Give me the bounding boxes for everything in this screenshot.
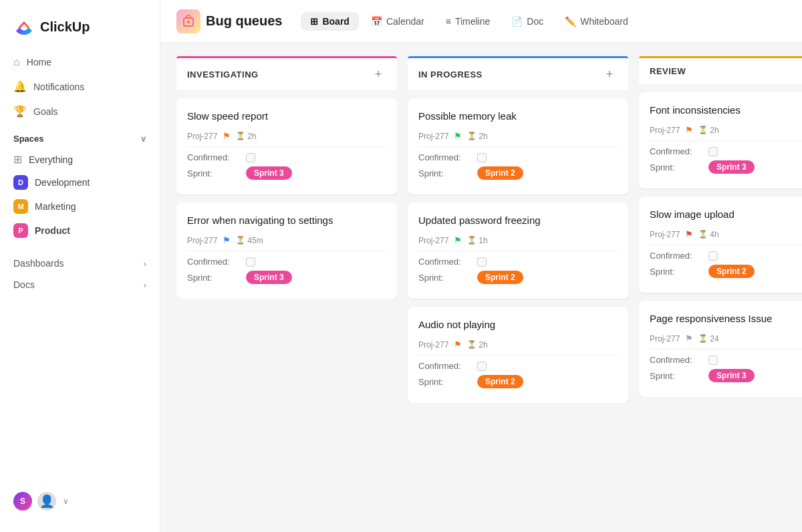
card-sprint-label-card-3: Sprint: <box>418 168 472 178</box>
sidebar-item-docs[interactable]: Docs › <box>5 274 154 295</box>
card-confirmed-checkbox-card-3[interactable] <box>477 153 487 162</box>
board-card-card-6[interactable]: Font inconsistenciesProj-277⚑⏳2hConfirme… <box>639 92 802 188</box>
card-confirmed-label-card-5: Confirmed: <box>418 361 472 371</box>
card-time-card-8: 24 <box>710 334 718 344</box>
card-sprint-field-card-4: Sprint:Sprint 2 <box>418 271 618 284</box>
tab-board[interactable]: ⊞ Board <box>301 12 358 31</box>
card-confirmed-field-card-1: Confirmed: <box>187 152 386 162</box>
column-header-review: REVIEW <box>639 56 802 84</box>
everything-grid-icon: ⊞ <box>13 153 22 166</box>
card-sprint-field-card-1: Sprint:Sprint 3 <box>187 166 386 180</box>
tab-calendar-label: Calendar <box>386 16 424 27</box>
product-badge: P <box>13 223 28 238</box>
tab-board-label: Board <box>322 16 349 27</box>
card-time-wrapper-card-6: ⏳2h <box>698 126 718 135</box>
column-add-btn-in-progress[interactable]: + <box>602 66 618 82</box>
card-confirmed-field-card-3: Confirmed: <box>418 152 618 162</box>
sidebar-item-development[interactable]: D Development <box>5 171 154 194</box>
board-card-card-3[interactable]: Possible memory leakProj-277⚑⏳2hConfirme… <box>408 98 628 194</box>
card-meta-card-1: Proj-277⚑⏳2h <box>187 131 386 141</box>
card-divider1-card-5 <box>418 355 618 356</box>
board-card-card-7[interactable]: Slow image uploadProj-277⚑⏳4hConfirmed:S… <box>639 196 802 293</box>
spaces-label: Spaces <box>13 134 44 144</box>
column-title-investigating: INVESTIGATING <box>187 70 259 80</box>
card-time-wrapper-card-7: ⏳4h <box>698 230 718 239</box>
card-confirmed-checkbox-card-7[interactable] <box>708 251 718 261</box>
card-confirmed-checkbox-card-2[interactable] <box>246 257 255 267</box>
card-meta-card-5: Proj-277⚑⏳2h <box>418 340 618 350</box>
home-icon: ⌂ <box>13 56 20 68</box>
card-confirmed-field-card-8: Confirmed: <box>650 355 802 365</box>
card-title-card-3: Possible memory leak <box>418 109 618 123</box>
card-hourglass-icon-card-5: ⏳ <box>467 340 477 349</box>
user-menu-chevron-icon[interactable]: ∨ <box>63 497 69 506</box>
tab-whiteboard[interactable]: ✏️ Whiteboard <box>555 12 638 31</box>
card-title-card-7: Slow image upload <box>650 207 802 221</box>
card-meta-card-8: Proj-277⚑⏳24 <box>650 334 802 344</box>
card-flag-card-3: ⚑ <box>454 131 462 141</box>
card-confirmed-checkbox-card-6[interactable] <box>708 147 718 156</box>
card-flag-card-4: ⚑ <box>454 235 462 245</box>
card-flag-card-1: ⚑ <box>223 131 231 141</box>
card-proj-card-1: Proj-277 <box>187 132 217 141</box>
sidebar-item-everything[interactable]: ⊞ Everything <box>5 149 154 170</box>
card-divider1-card-7 <box>650 245 802 245</box>
card-time-card-4: 1h <box>479 236 487 245</box>
card-flag-card-6: ⚑ <box>685 125 693 135</box>
sidebar-item-development-label: Development <box>35 177 90 188</box>
card-sprint-field-card-8: Sprint:Sprint 3 <box>650 369 802 382</box>
card-sprint-badge-card-2: Sprint 3 <box>246 271 292 284</box>
card-sprint-label-card-7: Sprint: <box>650 267 703 277</box>
card-sprint-field-card-7: Sprint:Sprint 2 <box>650 265 802 278</box>
tab-calendar[interactable]: 📅 Calendar <box>362 12 434 31</box>
tab-timeline[interactable]: ≡ Timeline <box>436 12 500 31</box>
card-confirmed-label-card-8: Confirmed: <box>650 355 703 365</box>
card-sprint-badge-card-4: Sprint 2 <box>477 271 523 284</box>
sidebar-item-goals[interactable]: 🏆 Goals <box>5 100 154 123</box>
tab-doc[interactable]: 📄 Doc <box>502 12 553 31</box>
board-card-card-4[interactable]: Updated password freezingProj-277⚑⏳1hCon… <box>408 203 628 299</box>
page-title: Bug queues <box>206 13 282 29</box>
board-card-card-8[interactable]: Page responsiveness IssueProj-277⚑⏳24Con… <box>639 301 802 397</box>
card-proj-card-2: Proj-277 <box>187 236 217 245</box>
card-confirmed-label-card-2: Confirmed: <box>187 257 241 267</box>
tab-timeline-label: Timeline <box>455 16 490 27</box>
board-card-card-5[interactable]: Audio not playingProj-277⚑⏳2hConfirmed:S… <box>408 307 628 403</box>
column-review: REVIEWFont inconsistenciesProj-277⚑⏳2hCo… <box>639 56 802 519</box>
board-card-card-2[interactable]: Error when navigating to settingsProj-27… <box>176 203 397 299</box>
sidebar-item-goals-label: Goals <box>33 106 58 117</box>
column-add-btn-investigating[interactable]: + <box>370 66 386 82</box>
timeline-tab-icon: ≡ <box>446 16 451 27</box>
card-title-card-4: Updated password freezing <box>418 213 618 227</box>
sidebar-item-product[interactable]: P Product <box>5 219 154 242</box>
card-confirmed-checkbox-card-4[interactable] <box>477 257 487 267</box>
logo-text: ClickUp <box>40 19 90 35</box>
spaces-chevron-icon[interactable]: ∨ <box>140 134 146 144</box>
main-header: Bug queues ⊞ Board 📅 Calendar ≡ Timeline… <box>160 0 802 43</box>
sidebar-item-notifications[interactable]: 🔔 Notifications <box>5 75 154 98</box>
sidebar-item-home[interactable]: ⌂ Home <box>5 51 154 74</box>
sidebar-item-marketing[interactable]: M Marketing <box>5 195 154 218</box>
cards-container-in-progress: Possible memory leakProj-277⚑⏳2hConfirme… <box>408 98 628 403</box>
header-tabs: ⊞ Board 📅 Calendar ≡ Timeline 📄 Doc ✏️ W… <box>301 12 637 31</box>
card-confirmed-checkbox-card-8[interactable] <box>708 356 718 365</box>
column-header-in-progress: IN PROGRESS+ <box>408 56 628 90</box>
card-confirmed-label-card-6: Confirmed: <box>650 146 703 156</box>
goals-icon: 🏆 <box>13 105 27 118</box>
card-confirmed-field-card-2: Confirmed: <box>187 257 386 267</box>
sidebar-item-dashboards-label: Dashboards <box>13 258 64 269</box>
card-confirmed-checkbox-card-5[interactable] <box>477 362 487 371</box>
sidebar: ClickUp ⌂ Home 🔔 Notifications 🏆 Goals S… <box>0 0 160 532</box>
card-meta-card-7: Proj-277⚑⏳4h <box>650 229 802 239</box>
card-confirmed-checkbox-card-1[interactable] <box>246 153 255 162</box>
cards-container-review: Font inconsistenciesProj-277⚑⏳2hConfirme… <box>639 92 802 397</box>
card-hourglass-icon-card-7: ⏳ <box>698 230 708 239</box>
board-card-card-1[interactable]: Slow speed reportProj-277⚑⏳2hConfirmed:S… <box>176 98 397 194</box>
column-in-progress: IN PROGRESS+Possible memory leakProj-277… <box>408 56 628 519</box>
card-time-wrapper-card-5: ⏳2h <box>467 340 487 350</box>
column-title-in-progress: IN PROGRESS <box>418 70 483 80</box>
spaces-list: ⊞ Everything D Development M Marketing P… <box>0 149 160 242</box>
card-sprint-label-card-1: Sprint: <box>187 168 241 178</box>
sidebar-item-dashboards[interactable]: Dashboards › <box>5 253 154 274</box>
card-hourglass-icon-card-2: ⏳ <box>236 236 245 245</box>
